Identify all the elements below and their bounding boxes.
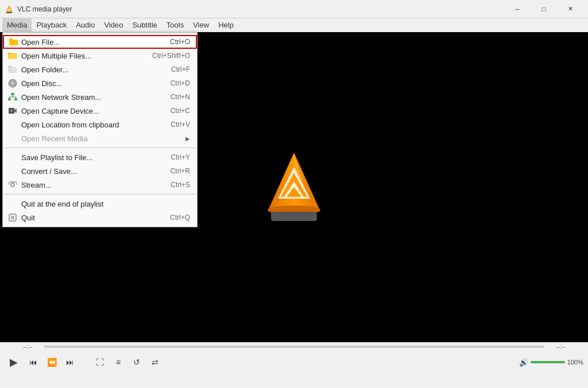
seek-time-end: --:-- (548, 344, 565, 350)
menu-media[interactable]: Media (2, 18, 32, 32)
svg-rect-14 (14, 98, 17, 100)
menu-open-disc[interactable]: Open Disc... Ctrl+D (3, 76, 197, 90)
controls-row: ▶ ⏮ ⏪ ⏭ ⛶ ≡ ↺ ⇄ 🔊 100% (0, 351, 588, 374)
separator-2 (3, 194, 197, 195)
volume-label: 100% (567, 359, 583, 366)
next-chapter-button[interactable]: ⏭ (62, 354, 78, 370)
svg-point-11 (11, 82, 14, 84)
seek-track[interactable] (44, 346, 544, 348)
network-icon (7, 92, 18, 102)
menu-view[interactable]: View (188, 18, 214, 32)
menu-save-playlist[interactable]: Save Playlist to File... Ctrl+Y (3, 150, 197, 164)
menu-video[interactable]: Video (99, 18, 127, 32)
svg-rect-32 (271, 212, 317, 221)
menu-open-capture[interactable]: Open Capture Device... Ctrl+C (3, 104, 197, 118)
fullscreen-button[interactable]: ⛶ (92, 354, 108, 370)
menu-bar: Media Playback Audio Video Subtitle Tool… (0, 18, 588, 32)
menu-open-recent: Open Recent Media ▶ (3, 131, 197, 145)
app-icon (5, 5, 14, 14)
svg-rect-2 (6, 12, 12, 13)
volume-area: 🔊 100% (519, 358, 583, 367)
vlc-cone-logo (262, 150, 326, 224)
volume-fill (531, 361, 565, 363)
menu-subtitle[interactable]: Subtitle (127, 18, 161, 32)
menu-convert[interactable]: Convert / Save... Ctrl+R (3, 164, 197, 178)
folders-icon (7, 51, 18, 61)
volume-icon: 🔊 (519, 358, 528, 367)
media-dropdown: Open File... Ctrl+O Open Multiple Files.… (2, 32, 198, 227)
svg-rect-13 (8, 98, 11, 100)
svg-point-21 (10, 110, 13, 112)
stream-icon (7, 180, 18, 190)
svg-point-22 (11, 183, 14, 187)
seek-time-start: --:-- (23, 344, 40, 350)
loop-button[interactable]: ↺ (129, 354, 145, 370)
menu-quit-end[interactable]: Quit at the end of playlist (3, 197, 197, 211)
menu-audio[interactable]: Audio (71, 18, 99, 32)
back-button[interactable]: ⏪ (44, 354, 60, 370)
window-controls: ─ □ ✕ (504, 0, 583, 18)
svg-rect-9 (8, 66, 11, 68)
svg-rect-12 (11, 93, 14, 95)
svg-rect-8 (8, 67, 17, 73)
volume-track[interactable] (531, 361, 565, 363)
menu-open-file[interactable]: Open File... Ctrl+O (3, 35, 197, 49)
menu-open-folder[interactable]: Open Folder... Ctrl+F (3, 63, 197, 76)
folder2-icon (7, 64, 18, 75)
menu-quit[interactable]: Quit Ctrl+Q (3, 211, 197, 224)
close-button[interactable]: ✕ (557, 0, 583, 18)
svg-rect-4 (9, 38, 13, 40)
window-title: VLC media player (17, 5, 504, 13)
svg-marker-20 (14, 108, 17, 113)
prev-button[interactable]: ⏮ (25, 354, 41, 370)
controls-area: --:-- --:-- ▶ ⏮ ⏪ ⏭ ⛶ ≡ ↺ ⇄ 🔊 100% (0, 342, 588, 388)
shuffle-button[interactable]: ⇄ (147, 354, 163, 370)
quit-icon (7, 212, 18, 223)
menu-open-network[interactable]: Open Network Stream... Ctrl+N (3, 90, 197, 104)
menu-help[interactable]: Help (214, 18, 238, 32)
submenu-arrow-icon: ▶ (185, 135, 190, 142)
menu-playback[interactable]: Playback (32, 18, 71, 32)
extended-button[interactable]: ≡ (110, 354, 126, 370)
svg-rect-6 (8, 54, 16, 59)
menu-open-clipboard[interactable]: Open Location from clipboard Ctrl+V (3, 118, 197, 131)
menu-stream[interactable]: Stream... Ctrl+S (3, 178, 197, 192)
folder-icon (9, 37, 19, 47)
disc-icon (7, 78, 18, 88)
play-button[interactable]: ▶ (5, 353, 23, 371)
svg-rect-3 (9, 40, 18, 45)
svg-rect-7 (8, 53, 11, 55)
capture-icon (7, 106, 18, 116)
maximize-button[interactable]: □ (531, 0, 557, 18)
separator-1 (3, 148, 197, 148)
menu-tools[interactable]: Tools (162, 18, 188, 32)
minimize-button[interactable]: ─ (504, 0, 531, 18)
title-bar: VLC media player ─ □ ✕ (0, 0, 588, 18)
menu-open-multiple[interactable]: Open Multiple Files... Ctrl+Shift+O (3, 49, 197, 63)
seek-bar: --:-- --:-- (0, 343, 588, 351)
